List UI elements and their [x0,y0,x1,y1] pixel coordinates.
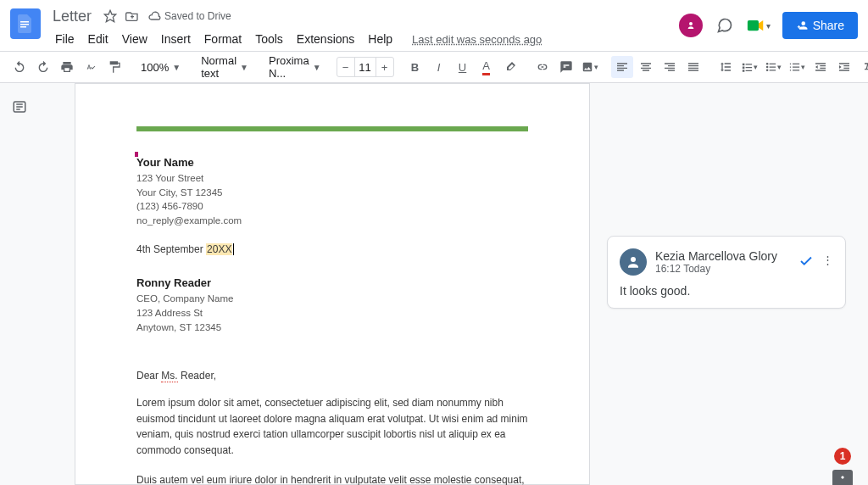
increase-indent-button[interactable] [833,56,855,78]
svg-rect-1 [20,24,29,25]
align-justify-button[interactable] [682,56,704,78]
cloud-icon [147,9,161,23]
outline-toggle-button[interactable] [8,95,31,119]
page[interactable]: Your Name 123 Your Street Your City, ST … [75,83,590,485]
svg-rect-4 [748,20,759,31]
date-highlighted: 20XX [206,243,232,255]
print-button[interactable] [56,56,78,78]
underline-button[interactable]: U [452,56,474,78]
redo-button[interactable] [32,56,54,78]
recipient-city[interactable]: Anytown, ST 12345 [136,321,528,335]
title-area: Letter Saved to Drive File Edit View Ins… [49,7,679,49]
comment-text: It looks good. [620,284,833,298]
header-actions: ▾ Share [679,7,858,39]
outline-sidebar [0,83,39,485]
recipient-title[interactable]: CEO, Company Name [136,292,528,306]
sender-city[interactable]: Your City, ST 12345 [136,186,528,200]
recipient-block: Ronny Reader CEO, Company Name 123 Addre… [136,276,528,334]
bold-button[interactable]: B [404,56,426,78]
comment-author: Kezia Marcellova Glory [655,249,790,263]
font-size-control: − 11 + [337,57,394,77]
comment-meta: Kezia Marcellova Glory 16:12 Today [655,249,790,275]
font-size-value[interactable]: 11 [354,58,376,76]
collaborator-cursor [135,152,138,157]
insert-link-button[interactable] [531,56,554,78]
svg-marker-3 [104,10,115,21]
body-paragraph-2[interactable]: Duis autem vel eum iriure dolor in hendr… [136,472,528,485]
text-cursor [233,243,234,255]
date-prefix: 4th September [136,243,206,255]
comment-avatar [620,248,647,276]
menu-help[interactable]: Help [362,29,398,49]
recipient-name[interactable]: Ronny Reader [136,276,528,292]
svg-rect-0 [20,21,29,23]
italic-button[interactable]: I [428,56,450,78]
menu-insert[interactable]: Insert [155,29,197,49]
svg-point-12 [631,257,636,262]
date-row[interactable]: 4th September 20XX [136,243,528,256]
highlight-button[interactable] [499,56,521,78]
font-size-decrease[interactable]: − [337,61,354,74]
decrease-indent-button[interactable] [810,56,832,78]
font-size-increase[interactable]: + [376,61,393,74]
menu-view[interactable]: View [116,29,153,49]
menu-edit[interactable]: Edit [82,29,114,49]
zoom-select[interactable]: 100%▼ [136,56,186,78]
insert-image-button[interactable]: ▾ [579,56,601,78]
bulleted-list-button[interactable]: ▾ [762,56,784,78]
spellcheck-underline: Ms. [161,370,177,382]
meet-icon[interactable]: ▾ [747,15,771,36]
notification-badge[interactable]: 1 [834,448,851,465]
explore-button[interactable] [832,470,853,485]
sender-phone[interactable]: (123) 456-7890 [136,199,528,214]
insert-comment-button[interactable] [555,56,577,78]
font-select[interactable]: Proxima N...▼ [264,56,326,78]
last-edit-link[interactable]: Last edit was seconds ago [412,33,542,46]
recipient-street[interactable]: 123 Address St [136,306,528,321]
comment-more-button[interactable]: ⋮ [822,254,833,271]
document-title[interactable]: Letter [49,8,95,25]
numbered-list-button[interactable]: ▾ [786,56,808,78]
collaborator-avatar[interactable] [679,14,703,37]
comment-card[interactable]: Kezia Marcellova Glory 16:12 Today ⋮ It … [607,236,846,309]
align-right-button[interactable] [659,56,681,78]
star-icon[interactable] [103,9,117,23]
share-button[interactable]: Share [782,12,858,39]
svg-point-5 [765,63,768,65]
docs-logo[interactable] [10,8,41,39]
menu-format[interactable]: Format [198,29,248,49]
line-spacing-button[interactable] [715,56,737,78]
comment-time: 16:12 Today [655,263,790,275]
resolve-comment-button[interactable] [798,254,814,271]
menu-tools[interactable]: Tools [249,29,289,49]
share-label: Share [813,19,844,32]
comment-history-icon[interactable] [715,15,735,36]
move-icon[interactable] [125,9,139,23]
sender-street[interactable]: 123 Your Street [136,171,528,186]
sender-name[interactable]: Your Name [136,156,194,169]
body-paragraph-1[interactable]: Lorem ipsum dolor sit amet, consectetuer… [136,395,528,458]
spellcheck-button[interactable] [80,56,102,78]
app-header: Letter Saved to Drive File Edit View Ins… [0,0,868,51]
greeting[interactable]: Dear Ms. Reader, [136,370,528,382]
align-left-button[interactable] [611,56,633,78]
svg-point-7 [765,70,768,72]
template-accent-bar [136,126,528,131]
saved-status-text: Saved to Drive [164,10,231,22]
undo-button[interactable] [8,56,31,78]
text-color-button[interactable]: A [476,56,498,78]
svg-point-6 [765,66,768,69]
cloud-status[interactable]: Saved to Drive [147,9,231,23]
toolbar: 100%▼ Normal text▼ Proxima N...▼ − 11 + … [0,51,868,83]
checklist-button[interactable]: ▾ [738,56,760,78]
paint-format-button[interactable] [103,56,125,78]
align-center-button[interactable] [635,56,657,78]
workspace: Your Name 123 Your Street Your City, ST … [0,83,868,485]
clear-formatting-button[interactable] [857,56,868,78]
person-add-icon [796,20,808,31]
sender-block: Your Name 123 Your Street Your City, ST … [136,155,528,228]
sender-email[interactable]: no_reply@example.com [136,214,528,228]
menu-extensions[interactable]: Extensions [291,29,360,49]
menu-file[interactable]: File [49,29,81,49]
style-select[interactable]: Normal text▼ [196,56,253,78]
